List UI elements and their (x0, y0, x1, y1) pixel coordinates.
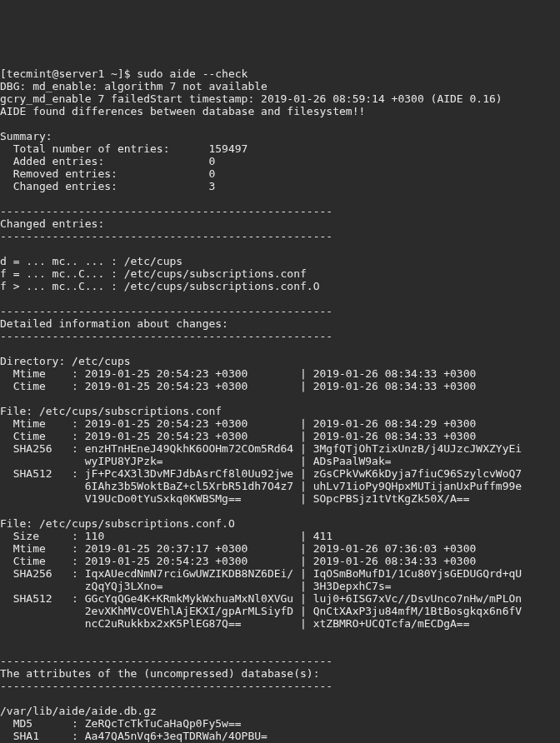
changed-entry: f > ... mc..C... : /etc/cups/subscriptio… (0, 280, 320, 292)
output-line: AIDE found differences between database … (0, 105, 365, 117)
attr-line: SHA512 : jF+Pc4X3l3DvMFJdbAsrCf8l0Uu92jw… (0, 467, 522, 480)
attr-line: SHA512 : GGcYqQGe4K+KRmkMykWxhuaMxNl0XVG… (0, 592, 522, 605)
attr-line: Size : 110 | 411 (0, 530, 332, 542)
attr-line: Mtime : 2019-01-25 20:54:23 +0300 | 2019… (0, 367, 476, 380)
divider: ----------------------------------------… (0, 655, 332, 667)
summary-line: Removed entries: 0 (0, 167, 215, 180)
file-header: File: /etc/cups/subscriptions.conf (0, 405, 222, 417)
summary-line: Added entries: 0 (0, 155, 215, 167)
output-line: DBG: md_enable: algorithm 7 not availabl… (0, 80, 268, 92)
attr-line: 2evXKhMVcOVEhlAjEKXI/gpArMLSiyfD | QnCtX… (0, 605, 522, 617)
summary-line: Changed entries: 3 (0, 180, 215, 192)
attr-line: SHA256 : enzHTnHEneJ49QkhK6OOHm72COm5Rd6… (0, 442, 522, 455)
attr-line: SHA256 : IqxAUecdNmN7rciGwUWZIKDB8NZ6DEi… (0, 567, 522, 580)
attr-line: Ctime : 2019-01-25 20:54:23 +0300 | 2019… (0, 430, 476, 442)
attr-line: wyIPU8YJPzk= | ADsPaalW9ak= (0, 455, 392, 467)
directory-header: Directory: /etc/cups (0, 355, 131, 367)
divider: ----------------------------------------… (0, 680, 332, 692)
output-line: gcry_md_enable 7 failedStart timestamp: … (0, 92, 502, 105)
db-path: /var/lib/aide/aide.db.gz (0, 705, 157, 717)
summary-header: Summary: (0, 130, 52, 142)
section-header: Detailed information about changes: (0, 317, 228, 330)
divider: ----------------------------------------… (0, 305, 332, 317)
divider: ----------------------------------------… (0, 205, 332, 217)
changed-entry: d = ... mc.. ... : /etc/cups (0, 255, 182, 267)
attr-line: Ctime : 2019-01-25 20:54:23 +0300 | 2019… (0, 555, 476, 567)
attr-line: Mtime : 2019-01-25 20:37:17 +0300 | 2019… (0, 542, 476, 555)
attr-line: V19UcDo0tYuSxkq0KWBSMg== | SOpcPBSjz1tVt… (0, 492, 470, 505)
attr-line: ncC2uRukkbx2xK5PlEG87Q== | xtZBMRO+UCQTc… (0, 617, 470, 630)
attr-line: zQqYQj3LXno= | 3H3DepxhC7s= (0, 580, 392, 592)
attr-line: Ctime : 2019-01-25 20:54:23 +0300 | 2019… (0, 380, 476, 392)
summary-line: Total number of entries: 159497 (0, 142, 248, 155)
changed-entry: f = ... mc..C... : /etc/cups/subscriptio… (0, 267, 307, 280)
attr-line: MD5 : ZeRQcTcTkTuCaHaQp0Fy5w== (0, 717, 242, 730)
divider: ----------------------------------------… (0, 230, 332, 242)
file-header: File: /etc/cups/subscriptions.conf.O (0, 517, 235, 530)
terminal-output: [tecmint@server1 ~]$ sudo aide --check D… (0, 62, 560, 743)
section-header: Changed entries: (0, 217, 104, 230)
attr-line: Mtime : 2019-01-25 20:54:23 +0300 | 2019… (0, 417, 476, 430)
section-header: The attributes of the (uncompressed) dat… (0, 667, 320, 680)
shell-prompt-line[interactable]: [tecmint@server1 ~]$ sudo aide --check (0, 67, 248, 80)
divider: ----------------------------------------… (0, 330, 332, 342)
attr-line: SHA1 : Aa47QA5nVq6+3eqTDRWah/4OPBU= (0, 730, 268, 742)
attr-line: 6IAhz3b5WoktBaZ+cl5XrbR51dh7O4z7 | uhLv7… (0, 480, 522, 492)
